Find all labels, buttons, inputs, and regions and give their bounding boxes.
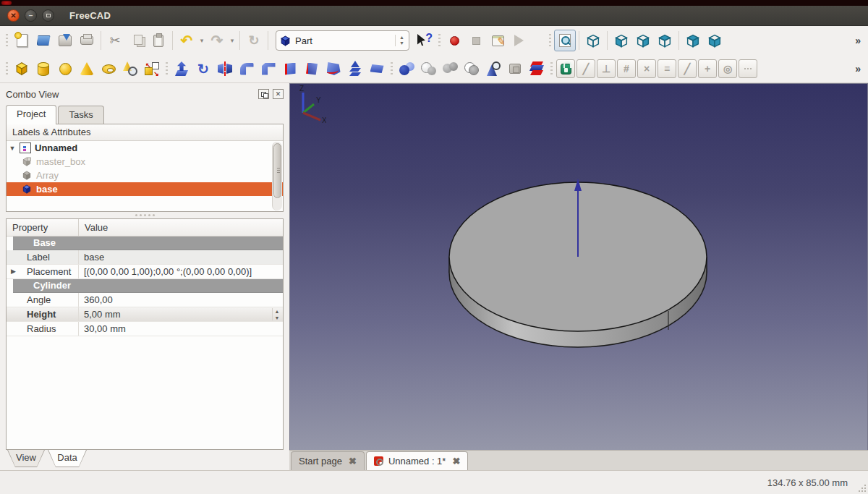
open-document-button[interactable] (33, 30, 54, 51)
rear-view-button[interactable] (682, 30, 704, 51)
tab-unnamed-document[interactable]: Unnamed : 1* ✖ (366, 451, 468, 470)
window-maximize-button[interactable] (42, 9, 54, 22)
property-row-angle[interactable]: Angle 360,00 (7, 293, 283, 307)
boolean-union-button[interactable] (439, 58, 461, 80)
panel-splitter[interactable] (6, 212, 284, 218)
toolbar-grip[interactable] (550, 62, 553, 75)
paste-button[interactable] (148, 30, 169, 51)
close-tab-icon[interactable]: ✖ (349, 456, 357, 467)
measure-toggle-ortho-button[interactable]: + (698, 59, 717, 78)
top-view-button[interactable] (654, 30, 676, 51)
print-button[interactable] (76, 30, 98, 51)
part-torus-button[interactable] (98, 58, 119, 80)
3d-viewport[interactable]: Z Y X (289, 83, 868, 450)
new-document-button[interactable] (11, 30, 33, 51)
close-tab-icon[interactable]: ✖ (452, 456, 460, 467)
property-value[interactable]: 360,00 (79, 293, 283, 307)
property-value[interactable]: base (79, 250, 283, 264)
property-group-base[interactable]: Base (13, 237, 283, 250)
tree-item-document[interactable]: ▼ Unnamed (7, 141, 283, 155)
height-spinbox-arrows[interactable]: ▲▼ (272, 308, 281, 320)
toolbar-grip[interactable] (438, 34, 441, 47)
expander-icon[interactable]: ▼ (7, 145, 18, 152)
macro-record-button[interactable] (443, 30, 465, 51)
property-row-height[interactable]: Height 5,00 mm ▲▼ (7, 307, 283, 322)
boolean-button[interactable] (396, 58, 417, 80)
window-close-button[interactable]: ✕ (7, 9, 20, 22)
tree-item-base[interactable]: base (7, 182, 283, 196)
front-view-button[interactable] (610, 30, 632, 51)
measure-more-button[interactable] (739, 59, 757, 78)
tree-item-master-box[interactable]: master_box (7, 155, 283, 169)
measure-refresh-button[interactable]: # (617, 59, 636, 78)
cut-button[interactable]: ✂ (104, 30, 126, 51)
window-minimize-button[interactable]: – (25, 9, 37, 22)
defeaturing-button[interactable] (504, 58, 526, 80)
make-face-button[interactable] (279, 58, 301, 80)
toolbar-grip[interactable] (166, 62, 168, 75)
tree-item-array[interactable]: Array (7, 169, 283, 182)
extrude-button[interactable] (171, 58, 192, 80)
mirror-button[interactable] (214, 58, 236, 80)
property-value[interactable]: 30,00 mm (79, 322, 283, 336)
property-row-radius[interactable]: Radius 30,00 mm (7, 322, 283, 336)
cross-sections-button[interactable] (526, 58, 548, 80)
measure-angular-button[interactable]: ⊥ (597, 59, 616, 78)
tab-view[interactable]: View (7, 450, 45, 467)
redo-dropdown-button[interactable]: ▾ (228, 30, 237, 51)
toolbar-grip[interactable] (6, 62, 8, 75)
macro-edit-button[interactable] (487, 30, 509, 51)
toolbar-grip[interactable] (6, 34, 8, 47)
tree-scrollbar[interactable] (272, 142, 282, 210)
save-document-button[interactable] (54, 30, 76, 51)
property-group-cylinder[interactable]: Cylinder (13, 279, 283, 293)
measure-linear-button[interactable]: ╱ (576, 59, 595, 78)
ruled-surface-button[interactable] (301, 58, 323, 80)
scrollbar-thumb[interactable] (273, 143, 281, 198)
create-primitives-button[interactable] (119, 58, 141, 80)
tab-data[interactable]: Data (48, 450, 87, 467)
part-box-button[interactable] (11, 58, 33, 80)
workbench-spinner[interactable]: ▲▼ (395, 35, 404, 46)
check-geometry-button[interactable] (482, 58, 504, 80)
macro-execute-button[interactable] (509, 30, 530, 51)
copy-button[interactable] (126, 30, 148, 51)
property-value[interactable]: [(0,00 0,00 1,00);0,00 °;(0,00 0,00 0,00… (79, 265, 283, 278)
sweep-button[interactable] (323, 58, 344, 80)
property-row-placement[interactable]: ▶ Placement [(0,00 0,00 1,00);0,00 °;(0,… (7, 265, 283, 279)
panel-float-button[interactable] (258, 89, 269, 99)
tab-start-page[interactable]: Start page ✖ (291, 451, 365, 470)
undo-button[interactable]: ↶ (176, 30, 197, 51)
thickness-button[interactable] (366, 58, 388, 80)
tab-tasks[interactable]: Tasks (58, 106, 103, 124)
toolbar-overflow-chevron[interactable]: » (855, 35, 861, 46)
macro-stop-button[interactable] (465, 30, 487, 51)
part-sphere-button[interactable] (54, 58, 76, 80)
boolean-intersection-button[interactable] (461, 58, 482, 80)
part-cone-button[interactable] (76, 58, 98, 80)
property-value[interactable]: 5,00 mm (79, 307, 283, 321)
toolbar-grip[interactable] (549, 34, 551, 47)
right-view-button[interactable] (632, 30, 654, 51)
measure-clear-all-button[interactable]: × (637, 59, 656, 78)
refresh-button[interactable]: ↻ (243, 30, 265, 51)
left-view-button[interactable] (704, 30, 726, 51)
chamfer-button[interactable] (258, 58, 279, 80)
measure-toggle-3d-button[interactable]: ≡ (658, 59, 676, 78)
measure-toggle-delta-button[interactable]: ╱ (678, 59, 697, 78)
revolve-button[interactable]: ↻ (192, 58, 214, 80)
axonometric-view-button[interactable] (582, 30, 604, 51)
panel-close-button[interactable]: ✕ (273, 89, 284, 99)
boolean-cut-button[interactable] (417, 58, 439, 80)
undo-dropdown-button[interactable]: ▾ (197, 30, 206, 51)
workbench-selector[interactable]: Part ▲▼ (276, 30, 409, 51)
redo-button[interactable]: ↷ (206, 30, 228, 51)
toolbar-grip[interactable] (391, 62, 393, 75)
measure-toggle-all-button[interactable] (556, 59, 575, 78)
fit-all-button[interactable] (554, 30, 576, 51)
property-row-label[interactable]: Label base (7, 250, 283, 265)
part-cylinder-button[interactable] (33, 58, 54, 80)
window-resize-grip[interactable] (857, 483, 866, 492)
loft-button[interactable] (344, 58, 366, 80)
shape-builder-button[interactable]: ↖↘ (141, 58, 163, 80)
